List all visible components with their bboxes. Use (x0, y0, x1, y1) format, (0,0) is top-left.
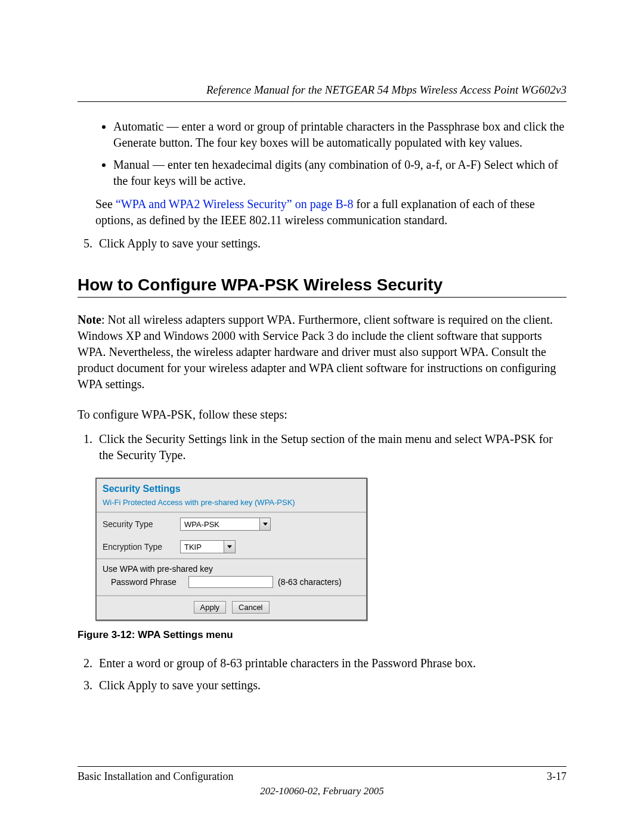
page-footer: Basic Installation and Configuration 3-1… (78, 766, 566, 797)
panel-title: Security Settings (97, 479, 366, 496)
panel-buttons: Apply Cancel (97, 596, 366, 620)
wpa-steps-cont: Enter a word or group of 8-63 printable … (78, 655, 566, 693)
running-header: Reference Manual for the NETGEAR 54 Mbps… (78, 83, 566, 102)
intro-line: To configure WPA-PSK, follow these steps… (78, 407, 566, 423)
note-paragraph: Note: Not all wireless adapters support … (78, 312, 566, 392)
security-type-row: Security Type WPA-PSK (97, 513, 366, 535)
security-settings-panel: Security Settings Wi-Fi Protected Access… (95, 478, 367, 621)
encryption-type-label: Encryption Type (103, 542, 180, 552)
bullet-manual: Manual — enter ten hexadecimal digits (a… (113, 157, 566, 189)
document-page: Reference Manual for the NETGEAR 54 Mbps… (0, 0, 644, 833)
encryption-type-value: TKIP (181, 543, 224, 552)
apply-button[interactable]: Apply (194, 601, 227, 614)
note-text: : Not all wireless adapters support WPA.… (78, 313, 556, 391)
password-phrase-input[interactable] (188, 576, 273, 588)
encryption-type-dropdown[interactable]: TKIP (180, 540, 236, 553)
note-label: Note (78, 313, 101, 326)
chevron-down-icon (224, 541, 235, 553)
security-type-value: WPA-PSK (181, 520, 259, 529)
footer-docid: 202-10060-02, February 2005 (78, 785, 566, 797)
bullet-automatic: Automatic — enter a word or group of pri… (113, 119, 566, 151)
wpa-steps: Click the Security Settings link in the … (78, 431, 566, 463)
psk-section-label: Use WPA with pre-shared key (97, 559, 366, 574)
wpa-security-link[interactable]: “WPA and WPA2 Wireless Security” on page… (116, 197, 354, 210)
step-1: Click the Security Settings link in the … (95, 431, 566, 463)
see-paragraph: See “WPA and WPA2 Wireless Security” on … (95, 196, 566, 228)
password-phrase-row: Password Phrase (8-63 characters) (97, 574, 366, 596)
cancel-button[interactable]: Cancel (232, 601, 269, 614)
step-5-list: Click Apply to save your settings. (78, 236, 566, 252)
figure-caption: Figure 3-12: WPA Settings menu (78, 629, 566, 641)
security-type-dropdown[interactable]: WPA-PSK (180, 518, 271, 531)
encryption-type-row: Encryption Type TKIP (97, 535, 366, 559)
wep-key-bullets: Automatic — enter a word or group of pri… (113, 119, 566, 189)
password-phrase-label: Password Phrase (111, 577, 188, 587)
security-type-label: Security Type (103, 519, 180, 529)
chevron-down-icon (259, 518, 270, 530)
section-heading: How to Configure WPA-PSK Wireless Securi… (78, 275, 566, 298)
password-phrase-hint: (8-63 characters) (278, 577, 342, 587)
step-2: Enter a word or group of 8-63 printable … (95, 655, 566, 671)
panel-subtitle: Wi-Fi Protected Access with pre-shared k… (97, 496, 366, 513)
see-prefix: See (95, 197, 116, 210)
footer-chapter: Basic Installation and Configuration (78, 770, 233, 783)
step-3: Click Apply to save your settings. (95, 677, 566, 693)
step-5: Click Apply to save your settings. (95, 236, 566, 252)
footer-page-number: 3-17 (547, 770, 566, 783)
